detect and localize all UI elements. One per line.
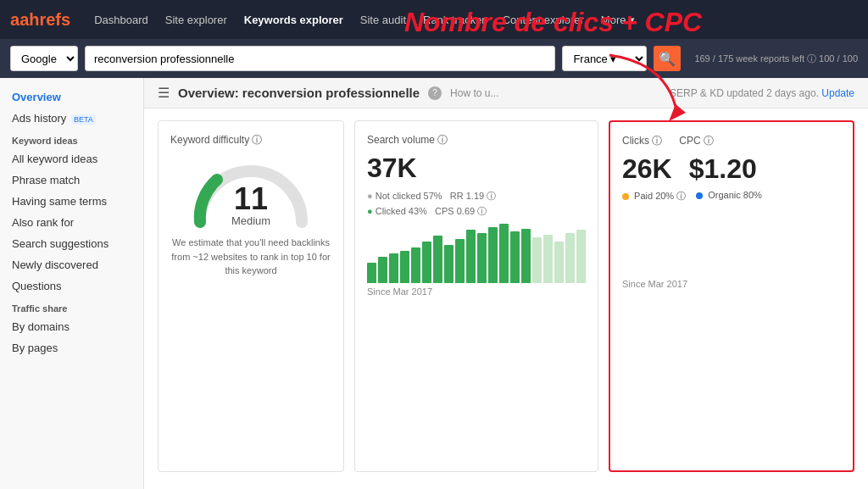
search-volume-chart <box>367 224 586 283</box>
paid-legend: Paid 20% ⓘ <box>622 190 686 203</box>
how-to-text: How to u... <box>450 87 498 99</box>
search-info: 169 / 175 week reports left ⓘ 100 / 100 <box>694 53 858 65</box>
sidebar-item-by-domains[interactable]: By domains <box>0 316 143 337</box>
content-area: ☰ Overview: reconversion professionnelle… <box>144 78 868 489</box>
search-volume-title: Search volume ⓘ <box>367 133 586 147</box>
clicks-cpc-titles: Clicks ⓘ CPC ⓘ <box>622 134 841 153</box>
sidebar-item-questions[interactable]: Questions <box>0 275 143 297</box>
arrow-decoration <box>601 47 703 131</box>
clicks-cpc-chart <box>622 208 841 275</box>
hamburger-icon[interactable]: ☰ <box>158 85 170 101</box>
cpc-value: $1.20 <box>689 153 757 185</box>
search-volume-card: Search volume ⓘ 37K ● Not clicked 57% RR… <box>354 120 598 472</box>
logo: aahrefs <box>10 10 70 30</box>
search-volume-value: 37K <box>367 153 586 184</box>
sidebar-section-keyword-ideas: Keyword ideas <box>0 129 143 148</box>
search-bar: Google France ▾ 🔍 169 / 175 week reports… <box>0 39 868 78</box>
sidebar-item-having-same-terms[interactable]: Having same terms <box>0 191 143 212</box>
organic-legend: Organic 80% <box>696 190 762 203</box>
search-input[interactable] <box>85 46 555 71</box>
sidebar-item-ads-history[interactable]: Ads history BETA <box>0 108 143 129</box>
nav-dashboard[interactable]: Dashboard <box>87 10 155 30</box>
clicks-title: Clicks ⓘ <box>622 134 662 148</box>
clicks-value: 26K <box>622 153 672 185</box>
cards-area: Keyword difficulty ⓘ 11 Medium We estima… <box>144 108 868 484</box>
difficulty-card-title: Keyword difficulty ⓘ <box>170 133 331 147</box>
sidebar-item-by-pages[interactable]: By pages <box>0 337 143 358</box>
nav-site-explorer[interactable]: Site explorer <box>159 10 234 30</box>
search-volume-sub: ● Not clicked 57% RR 1.19 ⓘ ● Clicked 43… <box>367 189 586 219</box>
gauge-value: 11 <box>231 184 270 214</box>
engine-select[interactable]: Google <box>10 46 78 71</box>
main-layout: Overview Ads history BETA Keyword ideas … <box>0 78 868 489</box>
logo-accent: a <box>10 10 19 29</box>
clicks-cpc-values: 26K $1.20 <box>622 153 841 190</box>
sidebar-item-also-rank-for[interactable]: Also rank for <box>0 212 143 233</box>
clicks-cpc-since: Since Mar 2017 <box>622 279 841 289</box>
annotation-title: Nombre de clics + CPC <box>404 7 702 38</box>
update-link[interactable]: Update <box>821 87 854 99</box>
sidebar: Overview Ads history BETA Keyword ideas … <box>0 78 144 489</box>
difficulty-card: Keyword difficulty ⓘ 11 Medium We estima… <box>158 120 344 472</box>
sidebar-item-newly-discovered[interactable]: Newly discovered <box>0 254 143 275</box>
sidebar-item-all-keyword-ideas[interactable]: All keyword ideas <box>0 148 143 169</box>
sidebar-item-phrase-match[interactable]: Phrase match <box>0 169 143 191</box>
logo-text: ahrefs <box>19 10 70 29</box>
page-title: Overview: reconversion professionnelle <box>178 86 420 100</box>
nav-keywords-explorer[interactable]: Keywords explorer <box>237 10 350 30</box>
sidebar-item-search-suggestions[interactable]: Search suggestions <box>0 233 143 254</box>
sidebar-section-traffic-share: Traffic share <box>0 297 143 316</box>
sidebar-item-overview[interactable]: Overview <box>0 86 143 108</box>
gauge-label: Medium <box>231 214 270 227</box>
svg-marker-0 <box>669 104 686 121</box>
help-icon[interactable]: ? <box>428 86 442 100</box>
clicks-cpc-legend: Paid 20% ⓘ Organic 80% <box>622 190 841 203</box>
clicks-cpc-card: Clicks ⓘ CPC ⓘ 26K $1.20 Paid 20% ⓘ Orga… <box>609 120 854 472</box>
cpc-title: CPC ⓘ <box>679 134 714 148</box>
gauge-container: 11 Medium <box>170 154 331 227</box>
search-volume-since: Since Mar 2017 <box>367 286 586 297</box>
difficulty-desc: We estimate that you'll need backlinks f… <box>170 236 331 278</box>
page-header: ☰ Overview: reconversion professionnelle… <box>144 78 868 108</box>
